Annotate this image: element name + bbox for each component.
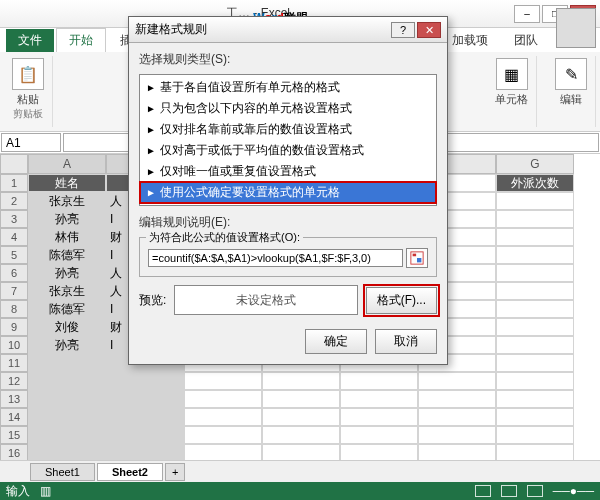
view-pagebreak-icon[interactable]	[527, 485, 543, 497]
sheet-tab-active[interactable]: Sheet2	[97, 463, 163, 481]
cell[interactable]	[28, 372, 106, 390]
cell[interactable]	[340, 426, 418, 444]
col-header[interactable]: G	[496, 154, 574, 174]
dialog-titlebar[interactable]: 新建格式规则 ? ✕	[129, 17, 447, 43]
tab-home[interactable]: 开始	[56, 28, 106, 52]
cell[interactable]	[184, 426, 262, 444]
cell[interactable]	[28, 390, 106, 408]
cancel-button[interactable]: 取消	[375, 329, 437, 354]
row-header[interactable]: 11	[0, 354, 28, 372]
cell[interactable]	[28, 354, 106, 372]
view-normal-icon[interactable]	[475, 485, 491, 497]
rule-type-list[interactable]: ►基于各自值设置所有单元格的格式 ►只为包含以下内容的单元格设置格式 ►仅对排名…	[139, 74, 437, 206]
row-header[interactable]: 3	[0, 210, 28, 228]
ok-button[interactable]: 确定	[305, 329, 367, 354]
cell[interactable]	[496, 354, 574, 372]
cell[interactable]: 陈德军	[28, 300, 106, 318]
cell[interactable]	[28, 408, 106, 426]
row-header[interactable]: 6	[0, 264, 28, 282]
rule-type-option[interactable]: ►只为包含以下内容的单元格设置格式	[140, 98, 436, 119]
row-header[interactable]: 9	[0, 318, 28, 336]
cell[interactable]	[496, 408, 574, 426]
cell[interactable]	[340, 408, 418, 426]
cell[interactable]	[106, 372, 184, 390]
row-header[interactable]: 4	[0, 228, 28, 246]
cell[interactable]	[496, 210, 574, 228]
cell[interactable]	[340, 390, 418, 408]
cell[interactable]	[184, 390, 262, 408]
cell[interactable]	[496, 426, 574, 444]
tab-addins[interactable]: 加载项	[440, 29, 500, 52]
cell[interactable]	[106, 390, 184, 408]
dialog-help-button[interactable]: ?	[391, 22, 415, 38]
cell[interactable]	[28, 426, 106, 444]
row-header[interactable]: 8	[0, 300, 28, 318]
zoom-slider[interactable]: ──●──	[553, 484, 594, 498]
minimize-button[interactable]: –	[514, 5, 540, 23]
dialog-close-button[interactable]: ✕	[417, 22, 441, 38]
row-header[interactable]: 5	[0, 246, 28, 264]
cell[interactable]	[496, 246, 574, 264]
cell[interactable]	[496, 390, 574, 408]
cell[interactable]	[418, 390, 496, 408]
row-header[interactable]: 13	[0, 390, 28, 408]
rule-type-option[interactable]: ►仅对高于或低于平均值的数值设置格式	[140, 140, 436, 161]
user-avatar[interactable]	[556, 8, 596, 48]
cell[interactable]	[496, 372, 574, 390]
col-header[interactable]: A	[28, 154, 106, 174]
cell[interactable]	[418, 426, 496, 444]
cell[interactable]	[184, 408, 262, 426]
cell[interactable]	[496, 336, 574, 354]
cell[interactable]: 张京生	[28, 192, 106, 210]
formula-input[interactable]	[148, 249, 403, 267]
cell[interactable]	[496, 300, 574, 318]
cell[interactable]: 陈德军	[28, 246, 106, 264]
sheet-tab[interactable]: Sheet1	[30, 463, 95, 481]
rule-type-option[interactable]: ►仅对排名靠前或靠后的数值设置格式	[140, 119, 436, 140]
sheet-add-button[interactable]: +	[165, 463, 185, 481]
cell[interactable]	[262, 408, 340, 426]
tab-file[interactable]: 文件	[6, 29, 54, 52]
format-button[interactable]: 格式(F)...	[366, 287, 437, 314]
row-header[interactable]: 12	[0, 372, 28, 390]
row-header[interactable]: 7	[0, 282, 28, 300]
cell[interactable]	[340, 372, 418, 390]
cells-icon[interactable]: ▦	[496, 58, 528, 90]
range-selector-button[interactable]	[406, 248, 428, 268]
tab-team[interactable]: 团队	[502, 29, 550, 52]
view-layout-icon[interactable]	[501, 485, 517, 497]
name-box[interactable]	[1, 133, 61, 152]
cell[interactable]: 外派次数	[496, 174, 574, 192]
cell[interactable]: 林伟	[28, 228, 106, 246]
cell[interactable]	[184, 372, 262, 390]
cell[interactable]	[106, 408, 184, 426]
rule-type-option[interactable]: ►仅对唯一值或重复值设置格式	[140, 161, 436, 182]
row-header[interactable]: 15	[0, 426, 28, 444]
cell[interactable]	[262, 372, 340, 390]
cell[interactable]	[418, 408, 496, 426]
row-header[interactable]: 10	[0, 336, 28, 354]
select-all-corner[interactable]	[0, 154, 28, 174]
row-header[interactable]: 1	[0, 174, 28, 192]
cell[interactable]: 刘俊	[28, 318, 106, 336]
paste-icon[interactable]: 📋	[12, 58, 44, 90]
rule-type-option[interactable]: ►基于各自值设置所有单元格的格式	[140, 77, 436, 98]
cell[interactable]	[262, 390, 340, 408]
cell[interactable]: 孙亮	[28, 336, 106, 354]
cell[interactable]: 孙亮	[28, 210, 106, 228]
cell[interactable]	[496, 192, 574, 210]
editing-icon[interactable]: ✎	[555, 58, 587, 90]
cell[interactable]	[496, 282, 574, 300]
cell[interactable]: 姓名	[28, 174, 106, 192]
row-header[interactable]: 2	[0, 192, 28, 210]
cell[interactable]	[496, 318, 574, 336]
cell[interactable]: 孙亮	[28, 264, 106, 282]
cell[interactable]	[496, 264, 574, 282]
cell[interactable]	[418, 372, 496, 390]
cell[interactable]: 张京生	[28, 282, 106, 300]
cell[interactable]	[496, 228, 574, 246]
cell[interactable]	[262, 426, 340, 444]
rule-type-option-selected[interactable]: ►使用公式确定要设置格式的单元格	[140, 182, 436, 203]
cell[interactable]	[106, 426, 184, 444]
row-header[interactable]: 14	[0, 408, 28, 426]
